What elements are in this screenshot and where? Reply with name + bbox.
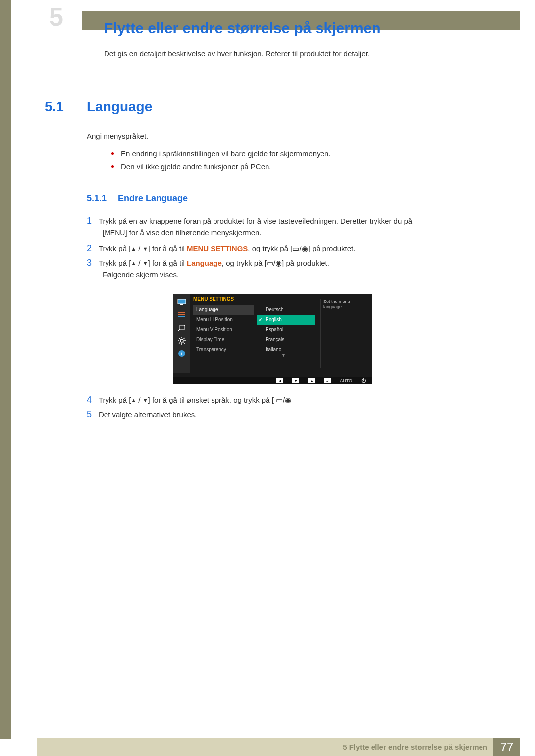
step-2-text-d: ] på produktet. [308, 244, 356, 252]
back-key-icon: ◄ [276, 378, 283, 383]
osd-opt-francais: Français [257, 335, 315, 345]
subsection-number: 5.1.1 [87, 193, 107, 203]
step-4-text-a: Trykk på [ [99, 396, 131, 404]
gear-icon [177, 337, 187, 345]
step-2-text-c: , og trykk på [ [248, 244, 292, 252]
step-4: 4Trykk på [▲ / ▼] for å gå til ønsket sp… [87, 393, 291, 407]
note-bullet-1: En endring i språkinnstillingen vil bare… [111, 150, 331, 158]
up-key-icon: ▲ [308, 378, 315, 383]
bullet-dot-icon [111, 165, 114, 168]
page-number: 77 [493, 738, 520, 756]
menu-settings-highlight: MENU SETTINGS [187, 244, 248, 252]
osd-opt-espanol: Español [257, 325, 315, 335]
down-key-icon: ▼ [292, 378, 299, 383]
step-2: 2Trykk på [▲ / ▼] for å gå til MENU SETT… [87, 241, 355, 255]
footer-band: 5 Flytte eller endre størrelse på skjerm… [37, 738, 520, 756]
rect-icon: ▭ [276, 396, 283, 404]
info-icon: i [177, 350, 187, 357]
enter-icon: ◉ [302, 244, 308, 252]
step-3-line2: Følgende skjerm vises. [103, 269, 179, 281]
scroll-down-icon: ▼ [281, 353, 286, 358]
step-2-text-b: ] for å gå til [148, 244, 187, 252]
menu-keyword: MENU [105, 229, 125, 237]
svg-rect-1 [180, 304, 183, 305]
svg-line-11 [179, 338, 180, 339]
osd-opt-english: English [257, 315, 315, 325]
enter-key-icon: ↲ [324, 378, 331, 383]
step-1-text-b: ] for å vise den tilhørende menyskjermen… [125, 228, 261, 237]
step-3-text-c: , og trykk på [ [222, 259, 267, 267]
step-number-2: 2 [87, 243, 92, 253]
left-margin-bar [0, 0, 11, 739]
svg-line-13 [179, 343, 180, 344]
bars-icon [177, 311, 187, 319]
step-3-text-d: ] på produktet. [282, 259, 329, 267]
section-title: Language [87, 99, 152, 115]
subsection-title: Endre Language [118, 193, 188, 203]
up-triangle-icon: ▲ [131, 246, 136, 252]
enter-icon: ◉ [285, 396, 291, 404]
intro-text: Det gis en detaljert beskrivelse av hver… [104, 50, 370, 58]
up-triangle-icon: ▲ [131, 260, 136, 266]
footer-text: 5 Flytte eller endre størrelse på skjerm… [343, 743, 493, 751]
note-text-2: Den vil ikke gjelde andre funksjoner på … [121, 162, 271, 171]
osd-description: Set the menu language. [320, 299, 368, 368]
chapter-tab: 5 [37, 9, 82, 30]
step-3-text-e: Følgende skjerm vises. [103, 270, 179, 279]
down-triangle-icon: ▼ [143, 246, 148, 252]
bullet-dot-icon [111, 152, 114, 155]
step-3: 3Trykk på [▲ / ▼] for å gå til Language,… [87, 256, 329, 270]
svg-line-14 [184, 338, 185, 339]
osd-item-menu-h-pos: Menu H-Position [193, 315, 254, 325]
osd-item-language: Language [193, 305, 254, 315]
osd-opt-italiano: Italiano [257, 345, 315, 354]
svg-rect-2 [178, 312, 185, 313]
step-1-line2: [MENU] for å vise den tilhørende menyskj… [103, 227, 262, 239]
step-5-text: Det valgte alternativet brukes. [99, 410, 197, 419]
up-triangle-icon: ▲ [131, 397, 136, 403]
power-key-icon: ⏻ [361, 378, 366, 383]
osd-item-menu-v-pos: Menu V-Position [193, 325, 254, 335]
chapter-number: 5 [37, 4, 63, 30]
svg-rect-4 [178, 316, 185, 317]
step-number-1: 1 [87, 216, 92, 226]
osd-item-display-time: Display Time [193, 335, 254, 345]
osd-sidebar: i [173, 294, 190, 373]
step-3-text-a: Trykk på [ [99, 259, 131, 267]
osd-item-transparency: Transparency [193, 345, 254, 354]
osd-header: MENU SETTINGS [193, 296, 234, 302]
step-4-text-b: ] for å gå til ønsket språk, og trykk på… [148, 396, 274, 404]
svg-rect-5 [179, 326, 184, 330]
step-number-4: 4 [87, 395, 92, 404]
note-text-1: En endring i språkinnstillingen vil bare… [121, 150, 331, 158]
step-5: 5Det valgte alternativet brukes. [87, 407, 197, 422]
osd-footer: ◄ ▼ ▲ ↲ AUTO ⏻ [173, 377, 372, 384]
svg-rect-0 [178, 299, 186, 304]
osd-language-options: Deutsch English Español Français Italian… [257, 305, 315, 354]
osd-menu-items: Language Menu H-Position Menu V-Position… [193, 305, 254, 354]
svg-point-6 [180, 339, 183, 342]
step-1: 1Trykk på en av knappene foran på produk… [87, 214, 463, 228]
monitor-icon [177, 298, 187, 306]
osd-opt-deutsch: Deutsch [257, 305, 315, 315]
step-2-text-a: Trykk på [ [99, 244, 131, 252]
note-bullet-2: Den vil ikke gjelde andre funksjoner på … [111, 162, 271, 171]
svg-line-12 [184, 343, 185, 344]
section-lead: Angi menyspråket. [87, 132, 148, 140]
step-number-5: 5 [87, 409, 92, 419]
page-title: Flytte eller endre størrelse på skjermen [104, 20, 381, 37]
svg-rect-3 [178, 314, 185, 315]
step-3-text-b: ] for å gå til [148, 259, 187, 267]
down-triangle-icon: ▼ [143, 397, 148, 403]
resize-icon [177, 324, 187, 332]
enter-icon: ◉ [275, 259, 282, 267]
section-number: 5.1 [45, 99, 64, 115]
osd-screenshot: i MENU SETTINGS Language Menu H-Position… [173, 294, 372, 384]
step-number-3: 3 [87, 258, 92, 268]
rect-icon: ▭ [267, 259, 273, 267]
rect-icon: ▭ [292, 244, 299, 252]
step-1-text-a: Trykk på en av knappene foran på produkt… [99, 217, 412, 225]
auto-key-label: AUTO [340, 378, 352, 383]
down-triangle-icon: ▼ [143, 260, 148, 266]
svg-text:i: i [181, 351, 183, 356]
